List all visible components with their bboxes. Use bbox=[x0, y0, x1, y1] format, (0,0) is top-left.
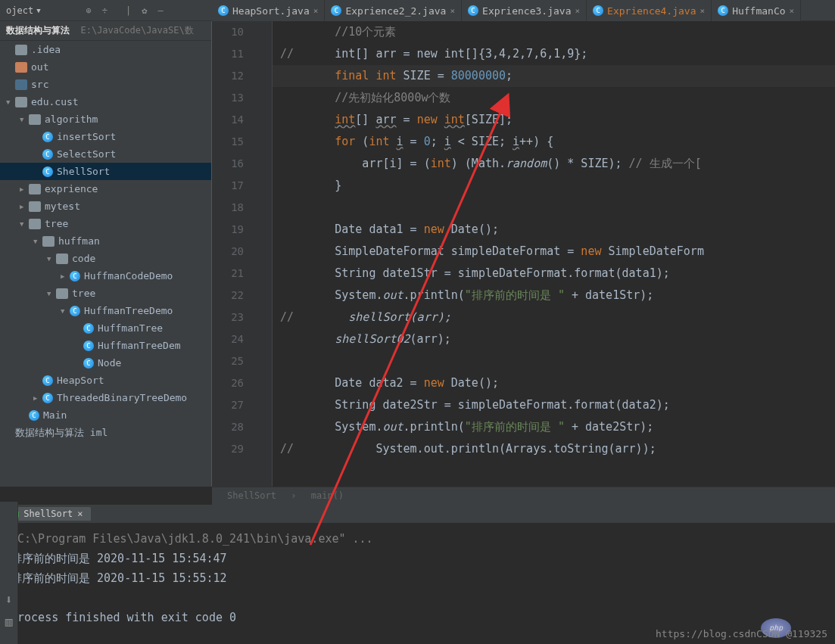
code-line[interactable]: for (int i = 0; i < SIZE; i++) { bbox=[280, 131, 835, 153]
tree-row[interactable]: ▶mytest bbox=[0, 198, 211, 215]
tree-row[interactable]: ▶exprience bbox=[0, 180, 211, 198]
tree-row[interactable]: ▼edu.cust bbox=[0, 93, 211, 110]
project-dropdown[interactable]: oject ▼ bbox=[6, 5, 41, 16]
tree-row[interactable]: CShellSort bbox=[0, 163, 211, 180]
tree-label: algorithm bbox=[45, 114, 98, 125]
tree-row[interactable]: out bbox=[0, 58, 211, 76]
class-icon: C bbox=[29, 410, 39, 421]
editor-tab[interactable]: CExprience4.java× bbox=[587, 0, 712, 21]
tree-label: ShellSort bbox=[57, 166, 110, 177]
target-icon[interactable]: ⊕ bbox=[86, 5, 92, 16]
tree-row[interactable]: ▼CHuffmanTreeDemo bbox=[0, 302, 211, 319]
close-icon[interactable]: × bbox=[790, 6, 795, 16]
folder-icon bbox=[15, 97, 27, 107]
editor-tab[interactable]: CHeapSort.java× bbox=[212, 0, 325, 21]
chevron-right-icon: › bbox=[291, 490, 296, 501]
code-line[interactable]: // shellSort(arr); bbox=[280, 306, 835, 328]
code-line[interactable] bbox=[280, 350, 835, 372]
project-label: oject bbox=[6, 5, 33, 16]
tree-row[interactable]: ▶CHuffmanCodeDemo bbox=[0, 267, 211, 285]
tree-row[interactable]: CHeapSort bbox=[0, 372, 211, 389]
tree-arrow-icon[interactable]: ▼ bbox=[20, 116, 29, 123]
hide-icon[interactable]: — bbox=[157, 5, 163, 16]
code-line[interactable] bbox=[280, 197, 835, 219]
tree-label: src bbox=[31, 79, 48, 90]
tree-row[interactable]: ▼huffman bbox=[0, 232, 211, 250]
code-line[interactable]: SimpleDateFormat simpleDateFormat = new … bbox=[280, 241, 835, 263]
code-line[interactable]: // System.out.println(Arrays.toString(ar… bbox=[280, 438, 835, 460]
folder-icon bbox=[29, 201, 41, 212]
class-icon: C bbox=[42, 132, 53, 142]
download-icon[interactable]: ⬇ bbox=[5, 593, 13, 607]
tree-row[interactable]: .idea bbox=[0, 41, 211, 58]
code-line[interactable]: String date2Str = simpleDateFormat.forma… bbox=[280, 394, 835, 416]
gear-icon[interactable]: ✿ bbox=[142, 5, 147, 16]
folder-icon bbox=[29, 184, 41, 194]
code-line[interactable]: Date data1 = new Date(); bbox=[280, 219, 835, 241]
folder-icon bbox=[29, 114, 41, 125]
code-line[interactable]: Date data2 = new Date(); bbox=[280, 372, 835, 394]
tree-arrow-icon[interactable]: ▶ bbox=[20, 185, 29, 193]
editor-tab[interactable]: CExprience3.java× bbox=[462, 0, 587, 21]
tree-arrow-icon[interactable]: ▼ bbox=[47, 255, 56, 263]
code-line[interactable]: // int[] arr = new int[]{3,4,2,7,6,1,9}; bbox=[280, 43, 835, 65]
editor-tab[interactable]: CHuffmanCo× bbox=[712, 0, 801, 21]
tree-row[interactable]: 数据结构与算法 iml bbox=[0, 424, 211, 441]
tree-arrow-icon[interactable]: ▶ bbox=[33, 394, 42, 402]
tree-row[interactable]: ▼tree bbox=[0, 215, 211, 232]
tree-row[interactable]: CinsertSort bbox=[0, 128, 211, 145]
editor-tabs: CHeapSort.java×CExprience2_2.java×CExpri… bbox=[212, 0, 801, 21]
code-line[interactable]: } bbox=[280, 175, 835, 197]
tree-arrow-icon[interactable]: ▶ bbox=[61, 272, 70, 280]
code-line[interactable]: arr[i] = (int) (Math.random() * SIZE); /… bbox=[280, 153, 835, 175]
code-line[interactable]: System.out.println("排序前的时间是 " + date1Str… bbox=[280, 285, 835, 306]
close-icon[interactable]: × bbox=[450, 6, 455, 16]
tree-row[interactable]: CHuffmanTree bbox=[0, 319, 211, 337]
gutter-marks bbox=[257, 21, 273, 487]
close-icon[interactable]: × bbox=[313, 6, 319, 16]
tree-arrow-icon[interactable]: ▼ bbox=[6, 98, 15, 106]
class-icon: C bbox=[42, 393, 53, 403]
code-line[interactable]: String date1Str = simpleDateFormat.forma… bbox=[280, 263, 835, 285]
breadcrumb[interactable]: ShellSort › main() bbox=[212, 487, 835, 505]
class-icon: C bbox=[70, 271, 80, 282]
layout-icon[interactable]: ▥ bbox=[5, 614, 13, 629]
tree-row[interactable]: CHuffmanTreeDem bbox=[0, 337, 211, 354]
tree-arrow-icon[interactable]: ▼ bbox=[47, 290, 56, 297]
tree-arrow-icon[interactable]: ▶ bbox=[20, 203, 29, 210]
sidebar-header: 数据结构与算法 E:\JavaCode\JavaSE\数 bbox=[0, 21, 211, 41]
tree-row[interactable]: CNode bbox=[0, 354, 211, 372]
close-icon[interactable]: × bbox=[575, 6, 580, 16]
code-line[interactable]: //10个元素 bbox=[280, 21, 835, 43]
tree-row[interactable]: ▼algorithm bbox=[0, 110, 211, 128]
console-output[interactable]: "C:\Program Files\Java\jdk1.8.0_241\bin\… bbox=[0, 523, 835, 644]
tree-label: exprience bbox=[45, 183, 98, 194]
code-line[interactable]: //先初始化8000w个数 bbox=[280, 87, 835, 109]
tree-arrow-icon[interactable]: ▼ bbox=[33, 238, 42, 245]
code-line[interactable]: int[] arr = new int[SIZE]; bbox=[280, 109, 835, 131]
code-line[interactable]: shellSort02(arr); bbox=[280, 328, 835, 350]
tree-row[interactable]: src bbox=[0, 76, 211, 93]
line-gutter: 1011121314151617181920212223242526272829 bbox=[212, 21, 257, 487]
tree-label: tree bbox=[72, 288, 95, 299]
tree-row[interactable]: ▼code bbox=[0, 250, 211, 267]
run-tab[interactable]: ▤ ShellSort × bbox=[6, 507, 91, 521]
tree-row[interactable]: CMain bbox=[0, 406, 211, 424]
tree-row[interactable]: ▼tree bbox=[0, 285, 211, 302]
class-icon: C bbox=[70, 306, 80, 316]
breadcrumb-method[interactable]: main() bbox=[311, 490, 344, 501]
editor-tab[interactable]: CExprience2_2.java× bbox=[325, 0, 462, 21]
tree-row[interactable]: CSelectSort bbox=[0, 145, 211, 163]
code-area[interactable]: //10个元素// int[] arr = new int[]{3,4,2,7,… bbox=[273, 21, 835, 487]
code-line[interactable]: System.out.println("排序前的时间是 " + date2Str… bbox=[280, 416, 835, 438]
code-line[interactable]: final int SIZE = 80000000; bbox=[273, 65, 835, 87]
close-icon[interactable]: × bbox=[77, 509, 83, 519]
tree-arrow-icon[interactable]: ▼ bbox=[61, 307, 70, 315]
tree-arrow-icon[interactable]: ▼ bbox=[20, 220, 29, 228]
breadcrumb-class[interactable]: ShellSort bbox=[227, 490, 276, 501]
tree-label: HuffmanCodeDemo bbox=[84, 270, 173, 282]
tree-row[interactable]: ▶CThreadedBinaryTreeDemo bbox=[0, 389, 211, 406]
close-icon[interactable]: × bbox=[700, 6, 706, 16]
collapse-icon[interactable]: ÷ bbox=[102, 5, 107, 16]
code-editor[interactable]: 1011121314151617181920212223242526272829… bbox=[212, 21, 835, 487]
